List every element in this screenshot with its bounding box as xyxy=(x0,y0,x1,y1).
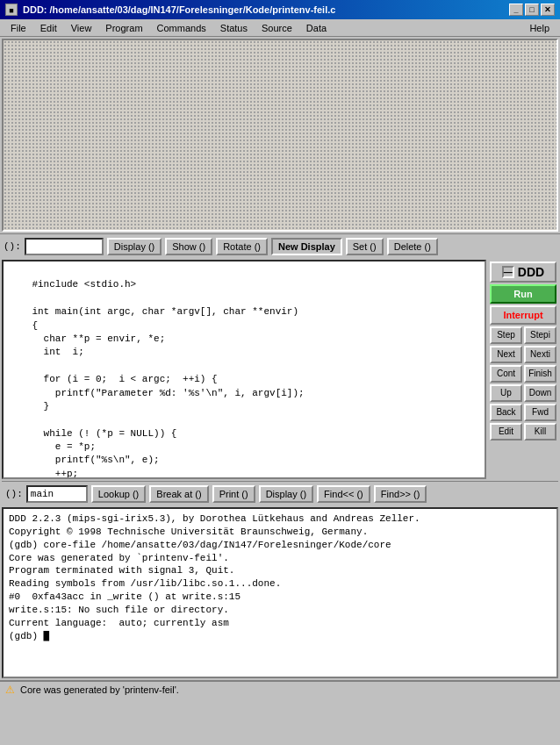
menu-help[interactable]: Help xyxy=(522,21,556,35)
title-bar: ■ DDD: /home/ansatte/03/dag/IN147/Forele… xyxy=(0,0,560,19)
warning-icon: ⚠ xyxy=(5,684,15,696)
menu-view[interactable]: View xyxy=(64,21,99,35)
display-cmd-button[interactable]: Display () xyxy=(259,485,313,503)
close-button[interactable]: ✕ xyxy=(541,4,555,16)
code-line: for (i = 0; i < argc; ++i) { xyxy=(9,373,479,386)
code-line: while (! (*p = NULL)) { xyxy=(9,427,479,441)
stepi-button[interactable]: Stepi xyxy=(524,326,556,344)
step-button[interactable]: Step xyxy=(490,326,522,344)
code-line xyxy=(9,265,479,278)
new-display-button[interactable]: New Display xyxy=(271,238,342,255)
code-line: ++p; xyxy=(9,468,479,479)
logo-text: DDD xyxy=(518,265,544,279)
menu-commands[interactable]: Commands xyxy=(150,21,213,35)
display-toolbar: (): Display () Show () Rotate () New Dis… xyxy=(0,233,560,258)
kill-button[interactable]: Kill xyxy=(524,423,556,441)
menu-status[interactable]: Status xyxy=(213,21,255,35)
show-button[interactable]: Show () xyxy=(165,238,212,255)
console-line: DDD 2.2.3 (mips-sgi-irix5.3), by Dorothe… xyxy=(9,512,551,526)
code-panel[interactable]: #include <stdio.h> int main(int argc, ch… xyxy=(2,260,486,479)
code-line: } xyxy=(9,400,479,413)
lookup-button[interactable]: Lookup () xyxy=(91,485,146,503)
fwd-button[interactable]: Fwd xyxy=(524,404,556,421)
back-row: Back Fwd xyxy=(490,404,556,421)
console-line: write.s:15: No such file or directory. xyxy=(9,604,551,617)
code-line: printf("Parameter %d: '%s'\n", i, argv[i… xyxy=(9,387,479,400)
display-expr-input[interactable] xyxy=(25,238,104,255)
status-text: Core was generated by 'printenv-feil'. xyxy=(20,684,179,695)
code-line: int i; xyxy=(9,346,479,359)
code-line: #include <stdio.h> xyxy=(9,278,479,291)
code-line: printf("%s\n", e); xyxy=(9,454,479,467)
code-line: { xyxy=(9,319,479,333)
step-row: Step Stepi xyxy=(490,326,556,344)
maximize-button[interactable]: □ xyxy=(525,4,539,16)
window-icon: ■ xyxy=(5,4,18,16)
minimize-button[interactable]: _ xyxy=(509,4,523,16)
console-panel[interactable]: DDD 2.2.3 (mips-sgi-irix5.3), by Dorothe… xyxy=(2,507,558,678)
rotate-button[interactable]: Rotate () xyxy=(216,238,268,255)
console-line: Program terminated with signal 3, Quit. xyxy=(9,564,551,577)
menu-file[interactable]: File xyxy=(4,21,33,35)
cont-row: Cont Finish xyxy=(490,365,556,383)
edit-button[interactable]: Edit xyxy=(490,423,522,441)
window-controls: _ □ ✕ xyxy=(509,4,555,16)
right-panel: — DDD Run Interrupt Step Stepi Next Next… xyxy=(488,260,558,479)
back-button[interactable]: Back xyxy=(490,404,522,421)
main-area: #include <stdio.h> int main(int argc, ch… xyxy=(2,260,558,479)
code-line: int main(int argc, char *argv[], char **… xyxy=(9,305,479,319)
display-expr-label: (): xyxy=(4,241,21,252)
set-button[interactable]: Set () xyxy=(346,238,384,255)
cmd-expr-input[interactable] xyxy=(26,485,88,503)
find-back-button[interactable]: Find<< () xyxy=(317,485,370,503)
menu-bar: File Edit View Program Commands Status S… xyxy=(0,19,560,37)
nexti-button[interactable]: Nexti xyxy=(524,346,556,363)
code-line: e = *p; xyxy=(9,441,479,454)
break-at-button[interactable]: Break at () xyxy=(149,485,208,503)
code-line xyxy=(9,413,479,426)
down-button[interactable]: Down xyxy=(524,384,556,402)
display-button[interactable]: Display () xyxy=(107,238,162,255)
console-line: Reading symbols from /usr/lib/libc.so.1.… xyxy=(9,577,551,591)
cmd-toolbar: (): Lookup () Break at () Print () Displ… xyxy=(2,481,558,505)
find-fwd-button[interactable]: Find>> () xyxy=(374,485,427,503)
print-button[interactable]: Print () xyxy=(212,485,255,503)
code-line: char **p = envir, *e; xyxy=(9,333,479,346)
console-line: (gdb) core-file /home/ansatte/03/dag/IN1… xyxy=(9,539,551,552)
run-button[interactable]: Run xyxy=(490,284,556,304)
interrupt-button[interactable]: Interrupt xyxy=(490,305,556,325)
console-line: Copyright © 1998 Technische Universität … xyxy=(9,526,551,539)
console-line: (gdb) █ xyxy=(9,630,551,643)
next-row: Next Nexti xyxy=(490,346,556,363)
logo-dash-icon: — xyxy=(502,266,514,278)
console-line: Core was generated by `printenv-feil'. xyxy=(9,552,551,565)
ddd-logo: — DDD xyxy=(490,261,556,283)
menu-program[interactable]: Program xyxy=(98,21,149,35)
menu-source[interactable]: Source xyxy=(255,21,299,35)
cont-button[interactable]: Cont xyxy=(490,365,522,383)
finish-button[interactable]: Finish xyxy=(524,365,556,383)
menu-data[interactable]: Data xyxy=(299,21,334,35)
display-panel xyxy=(2,39,558,232)
console-line: #0 0xfa43acc in _write () at write.s:15 xyxy=(9,591,551,604)
cmd-expr-label: (): xyxy=(5,489,23,499)
up-button[interactable]: Up xyxy=(490,384,522,402)
menu-edit[interactable]: Edit xyxy=(33,21,64,35)
next-button[interactable]: Next xyxy=(490,346,522,363)
edit-row: Edit Kill xyxy=(490,423,556,441)
window-title: DDD: /home/ansatte/03/dag/IN147/Forelesn… xyxy=(23,4,504,15)
status-bar: ⚠ Core was generated by 'printenv-feil'. xyxy=(0,680,560,698)
code-line xyxy=(9,360,479,373)
up-row: Up Down xyxy=(490,384,556,402)
console-line: Current language: auto; currently asm xyxy=(9,617,551,630)
delete-button[interactable]: Delete () xyxy=(387,238,438,255)
code-line xyxy=(9,292,479,305)
